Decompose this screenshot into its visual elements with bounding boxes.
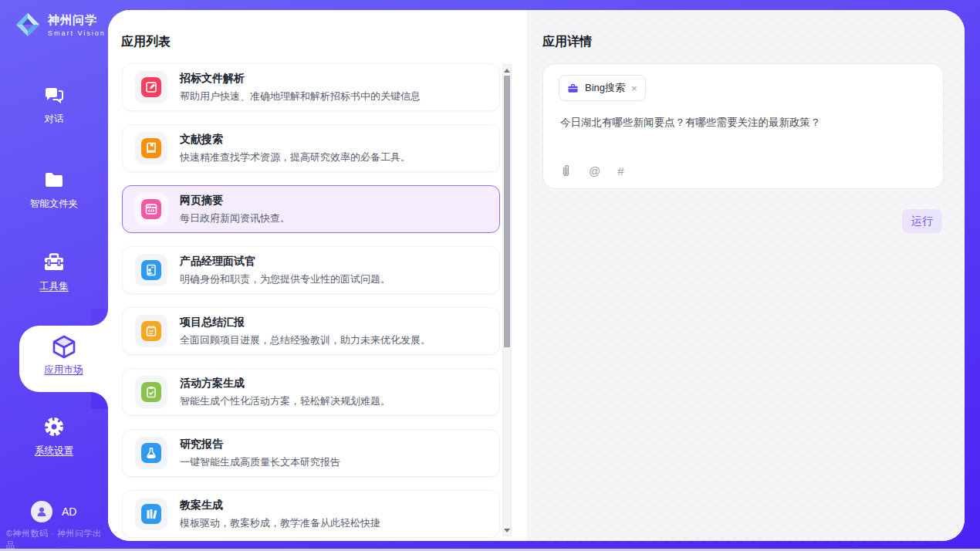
avatar: [31, 501, 52, 522]
app-list-title: 应用列表: [121, 34, 171, 50]
app-name: 项目总结汇报: [180, 316, 431, 330]
app-desc: 一键智能生成高质量长文本研究报告: [180, 455, 340, 469]
app-list-item[interactable]: 招标文件解析 帮助用户快速、准确地理解和解析招标书中的关键信息: [122, 63, 500, 111]
app-root: 神州问学 Smart Vision 对话 智能文件夹: [0, 0, 980, 551]
folder-icon: [42, 168, 66, 191]
app-desc: 帮助用户快速、准确地理解和解析招标书中的关键信息: [180, 90, 421, 103]
app-desc: 明确身份和职责，为您提供专业性的面试问题。: [180, 272, 390, 286]
brand-subtitle: Smart Vision: [48, 29, 106, 37]
app-list-item-selected[interactable]: 网页摘要 每日政府新闻资讯快查。: [122, 185, 500, 233]
scroll-up-arrow-icon[interactable]: [503, 65, 511, 76]
app-list-item[interactable]: 教案生成 模板驱动，教案秒成，教学准备从此轻松快捷: [122, 490, 500, 538]
selected-notch-bottom: [91, 392, 108, 409]
copyright-text: ©神州数码 · 神州问学出品: [6, 528, 106, 551]
sidebar-item-label: 系统设置: [0, 445, 108, 458]
gear-icon: [42, 415, 66, 438]
app-desc: 模板驱动，教案秒成，教学准备从此轻松快捷: [180, 516, 380, 530]
app-desc: 智能生成个性化活动方案，轻松解决规划难题。: [180, 394, 390, 408]
cube-icon: [52, 334, 76, 359]
chat-icon: [42, 83, 66, 106]
briefcase-icon: [567, 83, 579, 94]
scrollbar-thumb[interactable]: [504, 76, 510, 347]
main-panel: 应用列表 招标文件解析 帮助用户快速、准确地理解和解析招标书中的关键信息: [108, 10, 965, 541]
edit-document-icon: [141, 77, 161, 97]
person-icon: [35, 505, 48, 518]
sidebar-item-label: 工具集: [0, 280, 108, 293]
selected-notch-top: [91, 309, 108, 326]
clipboard-check-icon: [141, 382, 161, 402]
sidebar-item-smart-folder[interactable]: 智能文件夹: [0, 168, 108, 211]
app-list-panel: 应用列表 招标文件解析 帮助用户快速、准确地理解和解析招标书中的关键信息: [108, 10, 527, 541]
app-name: 招标文件解析: [180, 72, 421, 86]
brand-logo: 神州问学 Smart Vision: [14, 11, 106, 39]
flask-icon: [141, 443, 161, 463]
tool-chip-bing-search[interactable]: Bing搜索 ×: [559, 75, 646, 101]
interviewer-icon: [141, 260, 161, 280]
app-name: 研究报告: [180, 438, 340, 451]
app-name: 网页摘要: [180, 194, 290, 208]
app-list-item[interactable]: 项目总结汇报 全面回顾项目进展，总结经验教训，助力未来优化发展。: [122, 307, 500, 355]
app-detail-title: 应用详情: [542, 34, 592, 50]
user-name: AD: [62, 505, 76, 518]
chip-close-icon[interactable]: ×: [631, 83, 637, 93]
user-account[interactable]: AD: [31, 501, 76, 522]
sidebar-item-settings[interactable]: 系统设置: [0, 415, 108, 458]
app-list-item[interactable]: 文献搜索 快速精准查找学术资源，提高研究效率的必备工具。: [122, 124, 500, 172]
app-name: 教案生成: [180, 499, 380, 512]
sidebar: 神州问学 Smart Vision 对话 智能文件夹: [0, 0, 108, 549]
prompt-toolbar: @ #: [560, 164, 624, 177]
app-list: 招标文件解析 帮助用户快速、准确地理解和解析招标书中的关键信息 文献搜索 快速精…: [122, 63, 500, 541]
app-desc: 快速精准查找学术资源，提高研究效率的必备工具。: [180, 150, 411, 164]
scroll-down-arrow-icon[interactable]: [503, 525, 511, 536]
brand-name: 神州问学: [48, 13, 106, 28]
app-name: 文献搜索: [180, 133, 411, 147]
app-name: 活动方案生成: [180, 377, 390, 390]
sidebar-item-chat[interactable]: 对话: [0, 83, 108, 126]
app-name: 产品经理面试官: [180, 255, 390, 269]
mention-icon[interactable]: @: [589, 164, 600, 177]
app-detail-panel: 应用详情 Bing搜索 × 今日湖北有哪些新闻要点？有哪些需要关注的最新政策？: [527, 10, 965, 541]
book-icon: [141, 138, 161, 158]
sidebar-item-toolset[interactable]: 工具集: [0, 251, 108, 293]
tool-chip-label: Bing搜索: [585, 81, 625, 95]
books-icon: [141, 504, 161, 524]
brand-diamond-icon: [14, 11, 42, 39]
app-desc: 每日政府新闻资讯快查。: [180, 211, 290, 225]
sidebar-item-label: 对话: [0, 113, 108, 126]
app-list-item[interactable]: 活动方案生成 智能生成个性化活动方案，轻松解决规划难题。: [122, 368, 500, 416]
prompt-input[interactable]: 今日湖北有哪些新闻要点？有哪些需要关注的最新政策？: [560, 115, 923, 130]
app-list-scrollbar[interactable]: [502, 64, 512, 536]
prompt-card: Bing搜索 × 今日湖北有哪些新闻要点？有哪些需要关注的最新政策？ @ #: [542, 63, 944, 189]
app-list-item[interactable]: 研究报告 一键智能生成高质量长文本研究报告: [122, 429, 500, 477]
run-button[interactable]: 运行: [902, 209, 942, 233]
app-desc: 全面回顾项目进展，总结经验教训，助力未来优化发展。: [180, 333, 431, 347]
app-list-item[interactable]: 产品经理面试官 明确身份和职责，为您提供专业性的面试问题。: [122, 246, 500, 294]
notepad-icon: [141, 321, 161, 341]
hash-icon[interactable]: #: [617, 164, 623, 177]
browser-code-icon: [141, 199, 161, 219]
toolbox-icon: [42, 251, 66, 274]
sidebar-item-label: 智能文件夹: [0, 198, 108, 211]
sidebar-item-label: 应用市场: [19, 363, 108, 377]
sidebar-item-app-market[interactable]: 应用市场: [19, 326, 108, 392]
attachment-icon[interactable]: [560, 164, 572, 177]
